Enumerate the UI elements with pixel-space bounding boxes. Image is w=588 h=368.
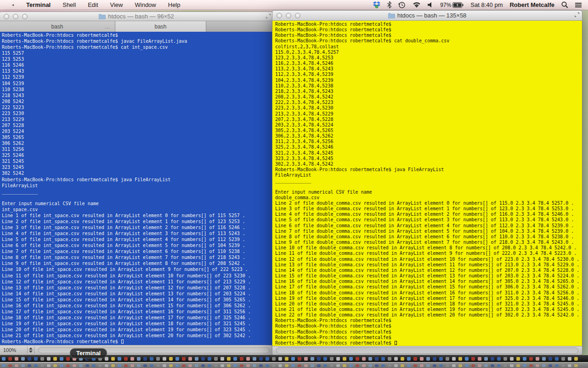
dock-app-icon[interactable] xyxy=(542,357,546,361)
dock-app-icon[interactable] xyxy=(111,357,115,361)
dock-app-icon[interactable] xyxy=(253,357,256,361)
left-window-titlebar[interactable]: htdocs — bash — 96×52 xyxy=(0,12,274,21)
dock-app-icon[interactable] xyxy=(368,357,372,361)
dock-app-icon[interactable] xyxy=(195,357,198,361)
bluetooth-menu-extra[interactable] xyxy=(385,0,393,10)
dock-app-icon[interactable] xyxy=(536,357,539,361)
right-terminal-output[interactable]: Roberts-MacBook-Pro:htdocs robertmetcalf… xyxy=(272,21,582,346)
dock-app-icon[interactable] xyxy=(188,357,192,361)
dropbox-menu-extra[interactable] xyxy=(371,0,382,10)
dock-app-icon[interactable] xyxy=(8,357,12,361)
dock-app-icon[interactable] xyxy=(47,357,51,361)
dock-app-icon[interactable] xyxy=(555,357,559,361)
dock-app-icon[interactable] xyxy=(246,357,250,361)
dock-app-icon[interactable] xyxy=(548,357,552,361)
zoom-button[interactable] xyxy=(22,14,28,19)
dock-app-icon[interactable] xyxy=(278,357,282,361)
dock-app-icon[interactable] xyxy=(291,357,295,361)
dock-app-icon[interactable] xyxy=(182,357,186,361)
fullscreen-icon[interactable] xyxy=(574,12,580,17)
menu-item-terminal[interactable]: Terminal xyxy=(20,0,57,10)
dock-app-icon[interactable] xyxy=(516,357,520,361)
dock-app-icon[interactable] xyxy=(503,357,507,361)
time-machine-menu-extra[interactable] xyxy=(396,0,407,10)
dock-app-icon[interactable] xyxy=(304,357,308,361)
dock-app-icon[interactable] xyxy=(465,357,469,361)
left-terminal-output[interactable]: Roberts-MacBook-Pro:htdocs robertmetcalf… xyxy=(0,32,274,345)
user-menu-extra[interactable]: Robert Metcalfe xyxy=(508,0,556,10)
dock-app-icon[interactable] xyxy=(28,357,31,361)
dock-app-icon[interactable] xyxy=(60,357,63,361)
dock-app-icon[interactable] xyxy=(233,357,237,361)
close-button[interactable] xyxy=(4,14,9,19)
stepper-up-icon[interactable] xyxy=(29,347,33,350)
dock-app-icon[interactable] xyxy=(413,357,417,361)
dock-app-icon[interactable] xyxy=(568,357,571,361)
dock-app-icon[interactable] xyxy=(214,357,218,361)
dock-app-icon[interactable] xyxy=(227,357,231,361)
menu-item-shell[interactable]: Shell xyxy=(57,0,82,10)
wifi-menu-extra[interactable] xyxy=(411,0,423,10)
dock-app-icon[interactable] xyxy=(150,357,153,361)
dock-app-icon[interactable] xyxy=(317,357,321,361)
tab-bash-2[interactable]: bash xyxy=(115,21,206,32)
dock-app-icon[interactable] xyxy=(510,357,514,361)
dock-app-icon[interactable] xyxy=(53,357,57,361)
dock-app-icon[interactable] xyxy=(471,357,475,361)
dock-app-icon[interactable] xyxy=(497,357,501,361)
zoom-stepper[interactable] xyxy=(27,346,34,354)
dock-app-icon[interactable] xyxy=(163,357,166,361)
tab-bash-1[interactable]: bash ... xyxy=(0,21,115,32)
tab-overflow-indicator[interactable]: ... xyxy=(105,24,110,29)
dock-app-icon[interactable] xyxy=(169,357,173,361)
dock-app-icon[interactable] xyxy=(381,357,385,361)
dock-app-icon[interactable] xyxy=(407,357,411,361)
dock-app-icon[interactable] xyxy=(2,357,6,361)
dock-app-icon[interactable] xyxy=(285,357,288,361)
dock-app-icon[interactable] xyxy=(336,357,340,361)
dock-app-icon[interactable] xyxy=(323,357,327,361)
dock-app-icon[interactable] xyxy=(208,357,211,361)
dock-app-icon[interactable] xyxy=(394,357,398,361)
volume-menu-extra[interactable] xyxy=(426,0,435,10)
dock-app-icon[interactable] xyxy=(21,357,25,361)
dock-app-icon[interactable] xyxy=(15,357,18,361)
dock-app-icon[interactable] xyxy=(491,357,494,361)
close-button[interactable] xyxy=(277,13,282,18)
dock-app-icon[interactable] xyxy=(484,357,488,361)
menu-item-help[interactable]: Help xyxy=(162,0,187,10)
dock-app-icon[interactable] xyxy=(426,357,430,361)
dock-app-icon[interactable] xyxy=(266,357,269,361)
fullscreen-icon[interactable] xyxy=(266,13,271,19)
dock-app-icon[interactable] xyxy=(375,357,379,361)
dock-app-icon[interactable] xyxy=(362,357,366,361)
dock-app-icon[interactable] xyxy=(561,357,565,361)
dock-app-icon[interactable] xyxy=(156,357,160,361)
apple-menu[interactable] xyxy=(6,0,20,10)
dock-app-icon[interactable] xyxy=(130,357,134,361)
dock-app-icon[interactable] xyxy=(220,357,224,361)
stepper-down-icon[interactable] xyxy=(29,351,33,353)
dock-app-icon[interactable] xyxy=(143,357,147,361)
spotlight-menu-extra[interactable] xyxy=(560,0,570,10)
dock-app-icon[interactable] xyxy=(458,357,462,361)
dock-app-icon[interactable] xyxy=(311,357,314,361)
dock-app-icon[interactable] xyxy=(240,357,243,361)
dock-app-icon[interactable] xyxy=(574,357,578,361)
dock-app-icon[interactable] xyxy=(175,357,179,361)
dock-app-icon[interactable] xyxy=(118,357,121,361)
dock-app-icon[interactable] xyxy=(439,357,443,361)
menu-item-edit[interactable]: Edit xyxy=(82,0,104,10)
dock-app-icon[interactable] xyxy=(349,357,353,361)
dock-app-icon[interactable] xyxy=(259,357,263,361)
dock-app-icon[interactable] xyxy=(330,357,334,361)
minimize-button[interactable] xyxy=(286,13,291,18)
dock-app-icon[interactable] xyxy=(420,357,424,361)
dock-app-icon[interactable] xyxy=(478,357,481,361)
dock-app-icon[interactable] xyxy=(298,357,301,361)
dock-app-icon[interactable] xyxy=(201,357,205,361)
dock-app-icon[interactable] xyxy=(401,357,404,361)
menu-item-view[interactable]: View xyxy=(104,0,129,10)
dock-app-icon[interactable] xyxy=(66,357,70,361)
horizontal-scrollbar[interactable] xyxy=(276,347,578,354)
